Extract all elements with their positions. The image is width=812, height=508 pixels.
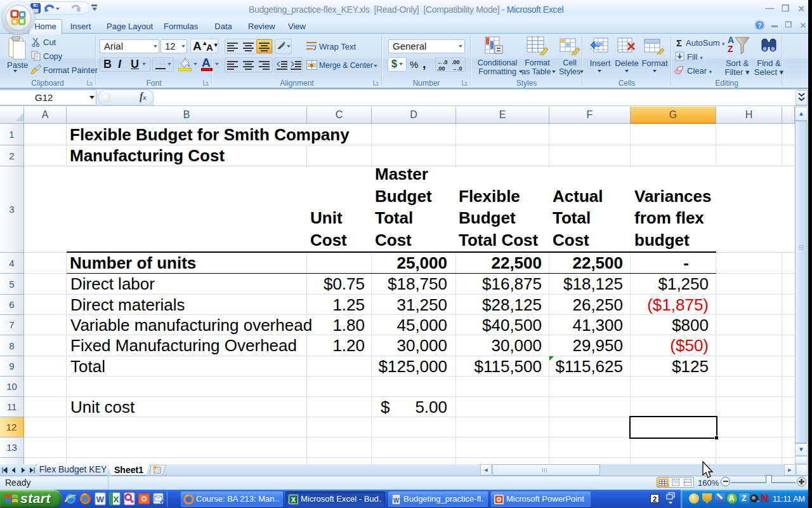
svg-text:?: ?	[757, 22, 762, 29]
svg-text:X: X	[291, 496, 296, 504]
svg-text:W: W	[393, 497, 400, 504]
svg-text:a: a	[310, 62, 313, 68]
svg-text:W: W	[96, 495, 105, 504]
svg-text:X: X	[114, 495, 119, 504]
